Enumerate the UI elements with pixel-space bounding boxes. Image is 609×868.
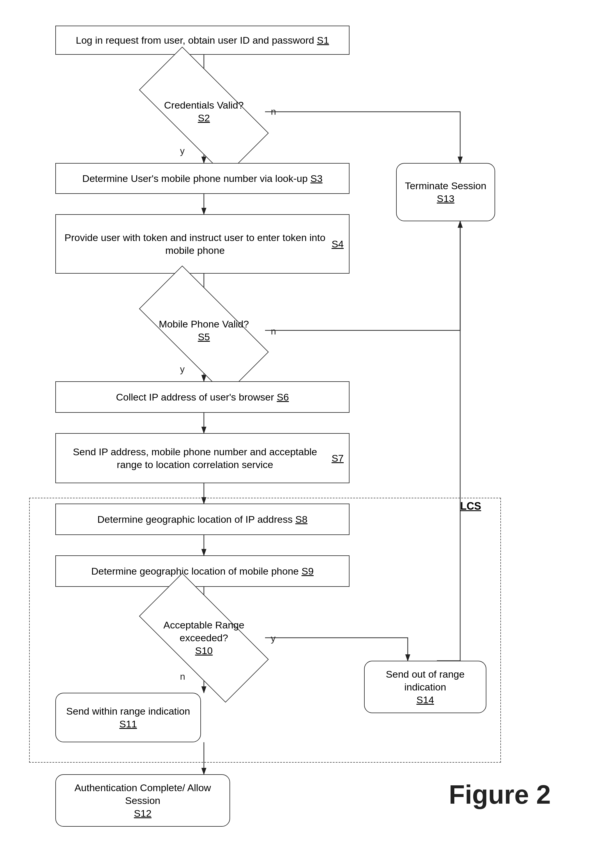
- s10-y-label: y: [271, 633, 275, 644]
- box-s9: Determine geographic location of mobile …: [55, 555, 350, 587]
- figure-label: Figure 2: [449, 780, 551, 810]
- s10-n-label: n: [180, 671, 185, 682]
- box-s1: Log in request from user, obtain user ID…: [55, 26, 350, 55]
- box-s6: Collect IP address of user's browser S6: [55, 381, 350, 413]
- box-s14: Send out of range indicationS14: [364, 661, 486, 713]
- diamond-s2: [139, 46, 269, 176]
- diamond-s5: [139, 265, 269, 395]
- s2-n-label: n: [271, 106, 276, 117]
- s2-y-label: y: [180, 146, 185, 156]
- box-s13: Terminate SessionS13: [396, 163, 495, 221]
- s5-y-label: y: [180, 364, 185, 375]
- s5-n-label: n: [271, 326, 276, 337]
- diagram-container: Log in request from user, obtain user ID…: [0, 0, 609, 868]
- box-s7: Send IP address, mobile phone number and…: [55, 433, 350, 483]
- box-s8: Determine geographic location of IP addr…: [55, 504, 350, 535]
- box-s12: Authentication Complete/ Allow SessionS1…: [55, 774, 230, 827]
- box-s11: Send within range indicationS11: [55, 693, 201, 742]
- lcs-label: LCS: [460, 500, 481, 512]
- box-s3: Determine User's mobile phone number via…: [55, 163, 350, 194]
- box-s4: Provide user with token and instruct use…: [55, 214, 350, 274]
